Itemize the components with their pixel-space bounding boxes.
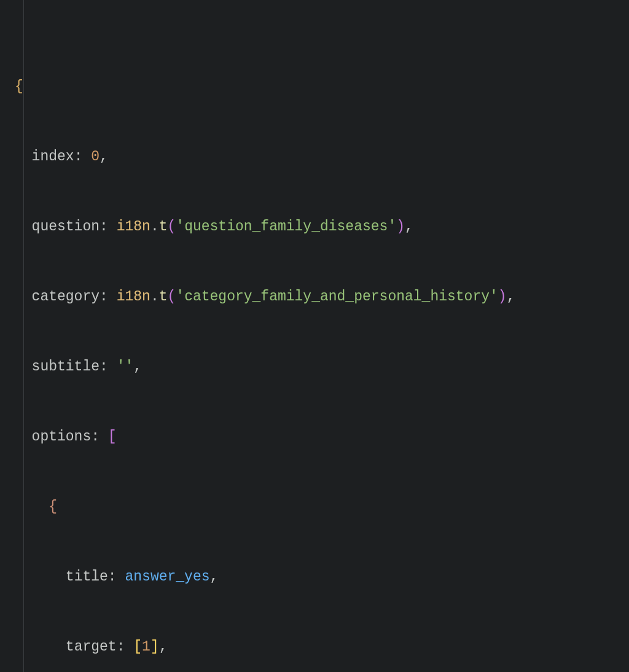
code-line: { [15, 75, 629, 98]
code-line: category: i18n.t('category_family_and_pe… [15, 285, 629, 308]
code-line: subtitle: '', [15, 355, 629, 378]
bracket-open: [ [108, 429, 117, 445]
code-line: index: 0, [15, 145, 629, 168]
key-title: title [66, 569, 108, 585]
code-line: target: [1], [15, 635, 629, 658]
brace-open: { [15, 79, 23, 95]
t-method: t [159, 219, 168, 235]
string-literal: category_family_and_personal_history [184, 289, 490, 305]
brace-open: { [49, 499, 57, 515]
key-index: index [32, 149, 74, 165]
key-options: options [32, 429, 92, 445]
key-category: category [32, 289, 100, 305]
code-line: question: i18n.t('question_family_diseas… [15, 215, 629, 238]
code-editor[interactable]: { index: 0, question: i18n.t('question_f… [0, 0, 629, 672]
value-index: 0 [91, 149, 100, 165]
key-question: question [32, 219, 100, 235]
identifier: answer_yes [125, 569, 209, 585]
code-line: options: [ [15, 425, 629, 448]
key-subtitle: subtitle [32, 359, 100, 375]
code-line: { [15, 495, 629, 518]
i18n-ident: i18n [117, 219, 150, 235]
code-line: title: answer_yes, [15, 565, 629, 588]
string-literal: question_family_diseases [184, 219, 388, 235]
key-target: target [66, 639, 117, 655]
